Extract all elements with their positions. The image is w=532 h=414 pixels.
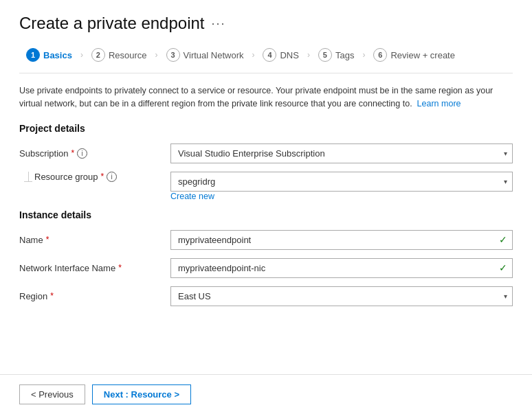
wizard-step-basics[interactable]: 1 Basics xyxy=(19,45,79,65)
step-sep-2: › xyxy=(154,50,159,60)
wizard-step-resource[interactable]: 2 Resource xyxy=(85,45,154,65)
step-circle-4: 4 xyxy=(263,48,276,62)
nic-name-valid-icon: ✓ xyxy=(499,262,507,273)
nic-name-label: Network Interface Name xyxy=(19,263,115,273)
wizard-steps: 1 Basics › 2 Resource › 3 Virtual Networ… xyxy=(19,45,513,73)
instance-details-section: Instance details Name * ✓ Network Interf… xyxy=(19,209,513,306)
region-row: Region * East US ▾ xyxy=(19,286,513,306)
name-required: * xyxy=(46,235,49,244)
next-button[interactable]: Next : Resource > xyxy=(92,384,191,404)
name-input[interactable] xyxy=(170,230,513,250)
name-row: Name * ✓ xyxy=(19,230,513,250)
step-label-review: Review + create xyxy=(390,50,455,60)
wizard-step-tags[interactable]: 5 Tags xyxy=(311,45,361,65)
region-required: * xyxy=(50,291,54,301)
previous-button[interactable]: < Previous xyxy=(19,384,85,404)
resource-group-select[interactable]: spegridrg xyxy=(170,172,513,192)
step-label-resource: Resource xyxy=(109,50,147,60)
step-sep-3: › xyxy=(250,50,256,60)
resource-group-label: Resource group xyxy=(34,172,98,182)
wizard-step-review[interactable]: 6 Review + create xyxy=(366,45,462,65)
instance-details-header: Instance details xyxy=(19,209,513,220)
subscription-row: Subscription * i Visual Studio Enterpris… xyxy=(19,143,513,163)
step-circle-2: 2 xyxy=(91,48,105,62)
subscription-info-icon[interactable]: i xyxy=(77,148,87,159)
step-label-tags: Tags xyxy=(335,50,354,60)
region-select-wrapper: East US ▾ xyxy=(170,286,513,306)
nic-name-required: * xyxy=(118,263,122,273)
page-title-dots: ··· xyxy=(212,16,226,31)
step-label-dns: DNS xyxy=(280,50,298,60)
resource-group-select-wrapper: spegridrg ▾ xyxy=(170,172,513,192)
step-sep-1: › xyxy=(79,50,85,60)
subscription-label: Subscription xyxy=(19,148,69,159)
subscription-required: * xyxy=(71,148,75,158)
page-title: Create a private endpoint xyxy=(19,14,205,33)
nic-name-input[interactable] xyxy=(170,258,513,278)
region-select[interactable]: East US xyxy=(170,286,513,306)
wizard-step-vnet[interactable]: 3 Virtual Network xyxy=(159,45,251,65)
step-circle-5: 5 xyxy=(318,48,332,62)
step-sep-4: › xyxy=(306,50,311,60)
step-sep-5: › xyxy=(361,50,366,60)
resource-group-info-icon[interactable]: i xyxy=(107,172,117,182)
create-new-link[interactable]: Create new xyxy=(170,192,513,201)
project-details-header: Project details xyxy=(19,123,513,134)
name-valid-icon: ✓ xyxy=(499,234,507,245)
footer: < Previous Next : Resource > xyxy=(0,374,532,414)
name-input-wrapper: ✓ xyxy=(170,230,513,250)
step-circle-6: 6 xyxy=(373,48,387,62)
resource-group-section: Resource group * i spegridrg ▾ xyxy=(19,172,513,192)
resource-group-required: * xyxy=(101,172,104,181)
wizard-step-dns[interactable]: 4 DNS xyxy=(256,45,305,65)
nic-name-row: Network Interface Name * ✓ xyxy=(19,258,513,278)
step-label-basics: Basics xyxy=(43,50,72,60)
nic-name-input-wrapper: ✓ xyxy=(170,258,513,278)
step-circle-1: 1 xyxy=(26,48,40,62)
learn-more-link[interactable]: Learn more xyxy=(417,99,461,108)
region-label: Region xyxy=(19,291,47,301)
name-label: Name xyxy=(19,235,43,245)
description-text: Use private endpoints to privately conne… xyxy=(19,84,513,111)
step-label-vnet: Virtual Network xyxy=(184,50,244,60)
step-circle-3: 3 xyxy=(166,48,180,62)
subscription-select[interactable]: Visual Studio Enterprise Subscription xyxy=(170,143,513,163)
subscription-select-wrapper: Visual Studio Enterprise Subscription ▾ xyxy=(170,143,513,163)
